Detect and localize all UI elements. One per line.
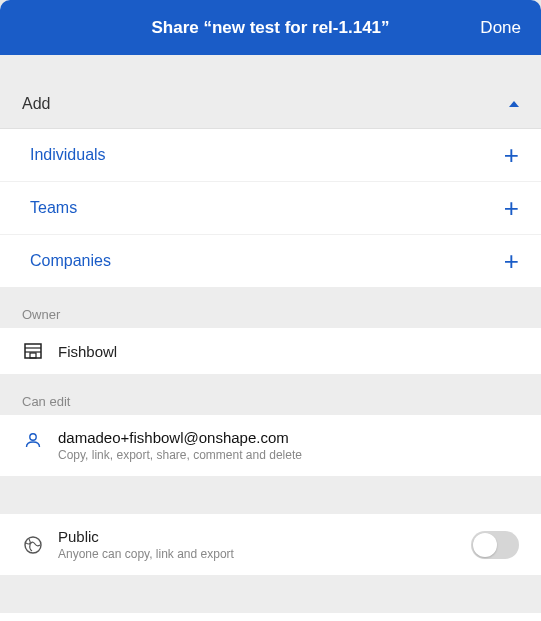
- add-section: Individuals + Teams + Companies +: [0, 129, 541, 287]
- add-expand-header[interactable]: Add: [0, 80, 541, 129]
- done-button[interactable]: Done: [480, 18, 521, 38]
- add-item-label: Teams: [30, 199, 77, 217]
- user-permissions: Copy, link, export, share, comment and d…: [58, 448, 519, 462]
- owner-name: Fishbowl: [58, 343, 519, 360]
- can-edit-section-label: Can edit: [0, 374, 541, 415]
- svg-point-4: [30, 434, 36, 440]
- can-edit-user-row[interactable]: damadeo+fishbowl@onshape.com Copy, link,…: [0, 415, 541, 476]
- user-email: damadeo+fishbowl@onshape.com: [58, 429, 519, 446]
- svg-point-5: [25, 537, 41, 553]
- public-title: Public: [58, 528, 457, 545]
- add-item-label: Individuals: [30, 146, 106, 164]
- company-icon: [22, 342, 44, 360]
- add-label: Add: [22, 95, 50, 113]
- add-item-label: Companies: [30, 252, 111, 270]
- globe-icon: [22, 535, 44, 555]
- add-teams-row[interactable]: Teams +: [0, 182, 541, 235]
- public-sub: Anyone can copy, link and export: [58, 547, 457, 561]
- svg-rect-0: [25, 344, 41, 358]
- modal-title: Share “new test for rel-1.141”: [151, 18, 389, 38]
- owner-section-label: Owner: [0, 287, 541, 328]
- modal-header: Share “new test for rel-1.141” Done: [0, 0, 541, 55]
- chevron-up-icon: [509, 101, 519, 107]
- plus-icon: +: [504, 195, 519, 221]
- link-sharing-row: Turn on link sharing Allow anyone with t…: [0, 613, 541, 621]
- plus-icon: +: [504, 142, 519, 168]
- person-icon: [22, 429, 44, 449]
- public-row: Public Anyone can copy, link and export: [0, 514, 541, 575]
- plus-icon: +: [504, 248, 519, 274]
- owner-row: Fishbowl: [0, 328, 541, 374]
- share-modal: Share “new test for rel-1.141” Done Add …: [0, 0, 541, 621]
- add-individuals-row[interactable]: Individuals +: [0, 129, 541, 182]
- modal-body: Add Individuals + Teams + Companies + Ow…: [0, 55, 541, 621]
- public-toggle[interactable]: [471, 531, 519, 559]
- add-companies-row[interactable]: Companies +: [0, 235, 541, 287]
